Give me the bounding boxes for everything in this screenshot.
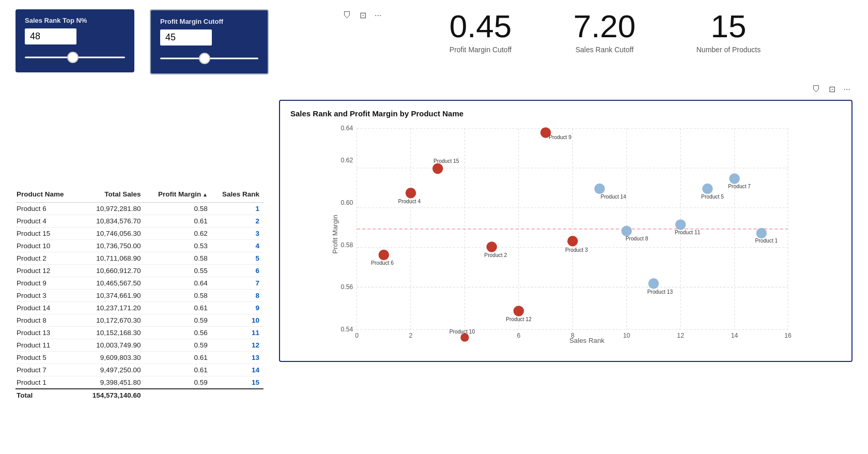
svg-text:Product 5: Product 5: [701, 194, 724, 200]
cell-margin-6: 0.64: [145, 277, 212, 290]
svg-text:Product 1: Product 1: [755, 238, 778, 244]
svg-text:Product 13: Product 13: [647, 289, 673, 295]
point-product4[interactable]: [406, 188, 416, 198]
cell-margin-9: 0.59: [145, 314, 212, 327]
svg-text:0.58: 0.58: [341, 241, 353, 249]
cell-sales-13: 9,497,250.00: [80, 364, 145, 376]
cell-rank-6: 7: [212, 277, 264, 290]
cell-rank-8: 9: [212, 302, 264, 314]
total-rank: [212, 389, 264, 401]
slicer-thumb-1[interactable]: [67, 52, 79, 63]
svg-text:Product 6: Product 6: [371, 260, 394, 266]
col-header-sales[interactable]: Total Sales: [80, 188, 145, 203]
table-row: Product 5 9,609,803.30 0.61 13: [16, 352, 264, 364]
cell-rank-11: 12: [212, 339, 264, 352]
slicer-input-2[interactable]: [160, 29, 212, 46]
cell-name-6: Product 9: [16, 277, 80, 290]
svg-text:0.64: 0.64: [341, 125, 353, 132]
cell-rank-5: 6: [212, 265, 264, 277]
kpi-profit-margin-value: 0.45: [434, 10, 527, 42]
svg-text:Product 14: Product 14: [601, 194, 627, 200]
svg-text:Product 8: Product 8: [626, 236, 648, 241]
col-header-name[interactable]: Product Name: [16, 188, 80, 203]
point-product8[interactable]: [622, 226, 632, 236]
kpi-num-products: 15 Number of Products: [682, 10, 775, 54]
point-product13[interactable]: [648, 278, 659, 289]
slicer-slider-2[interactable]: [160, 53, 258, 64]
svg-text:2: 2: [409, 332, 413, 339]
kpi-num-products-label: Number of Products: [682, 46, 775, 54]
svg-text:10: 10: [623, 332, 630, 339]
svg-text:Product 4: Product 4: [398, 199, 421, 204]
total-value: 154,573,140.60: [80, 389, 145, 401]
cell-sales-4: 10,711,068.90: [80, 252, 145, 265]
svg-text:0.54: 0.54: [341, 326, 353, 333]
svg-text:Product 3: Product 3: [565, 247, 588, 253]
svg-text:0.60: 0.60: [341, 199, 353, 206]
table-row: Product 10 10,736,750.00 0.53 4: [16, 240, 264, 252]
cell-rank-3: 4: [212, 240, 264, 252]
point-product12[interactable]: [514, 306, 524, 316]
cell-name-14: Product 1: [16, 376, 80, 389]
svg-text:12: 12: [677, 332, 684, 339]
cell-margin-10: 0.56: [145, 327, 212, 339]
slicer-title-2: Profit Margin Cutoff: [160, 18, 258, 25]
cell-sales-7: 10,374,661.90: [80, 290, 145, 302]
cell-rank-14: 15: [212, 376, 264, 389]
point-product2[interactable]: [486, 241, 497, 252]
cell-rank-2: 3: [212, 228, 264, 240]
table-row: Product 2 10,711,068.90 0.58 5: [16, 252, 264, 265]
cell-margin-11: 0.59: [145, 339, 212, 352]
point-product7[interactable]: [729, 173, 739, 184]
chart-filter-icon[interactable]: ⛉: [810, 84, 823, 95]
col-header-rank[interactable]: Sales Rank: [212, 188, 264, 203]
cell-sales-6: 10,465,567.50: [80, 277, 145, 290]
slicer-slider-1[interactable]: [25, 52, 125, 63]
cell-name-1: Product 4: [16, 215, 80, 228]
profit-margin-slicer: Profit Margin Cutoff: [150, 9, 269, 74]
cell-name-11: Product 11: [16, 339, 80, 352]
more-icon[interactable]: ···: [373, 10, 383, 21]
cell-sales-11: 10,003,749.90: [80, 339, 145, 352]
point-product3[interactable]: [567, 236, 578, 246]
svg-text:Product 11: Product 11: [675, 230, 701, 235]
expand-icon[interactable]: ⊡: [358, 9, 368, 21]
main-content: Product Name Total Sales Profit Margin S…: [0, 183, 868, 406]
col-header-margin[interactable]: Profit Margin: [145, 188, 212, 203]
cell-name-8: Product 14: [16, 302, 80, 314]
cell-name-10: Product 13: [16, 327, 80, 339]
cell-sales-9: 10,172,670.30: [80, 314, 145, 327]
cell-margin-7: 0.58: [145, 290, 212, 302]
point-product5[interactable]: [702, 184, 712, 194]
kpi-profit-margin-label: Profit Margin Cutoff: [434, 46, 527, 54]
point-product14[interactable]: [594, 184, 605, 194]
svg-text:Product 9: Product 9: [549, 134, 571, 140]
cell-name-2: Product 15: [16, 228, 80, 240]
slicer-thumb-2[interactable]: [199, 53, 210, 64]
chart-expand-icon[interactable]: ⊡: [827, 83, 838, 95]
total-margin: [145, 389, 212, 401]
table-row: Product 12 10,660,912.70 0.55 6: [16, 265, 264, 277]
svg-text:Product 7: Product 7: [728, 184, 751, 189]
slicer-input-1[interactable]: [25, 28, 76, 44]
cell-margin-0: 0.58: [145, 203, 212, 215]
table-row: Product 15 10,746,056.30 0.62 3: [16, 228, 264, 240]
cell-sales-1: 10,834,576.70: [80, 215, 145, 228]
svg-text:Sales Rank: Sales Rank: [569, 337, 605, 344]
svg-text:6: 6: [517, 332, 520, 339]
point-product6[interactable]: [379, 250, 389, 260]
top-toolbar-icons: ⛉ ⊡ ···: [341, 9, 383, 21]
table-row: Product 14 10,237,171.20 0.61 9: [16, 302, 264, 314]
cell-margin-12: 0.61: [145, 352, 212, 364]
cell-sales-10: 10,152,168.30: [80, 327, 145, 339]
point-product1[interactable]: [756, 228, 767, 238]
kpi-sales-rank-value: 7.20: [558, 10, 651, 42]
scatter-chart-container: Sales Rank and Profit Margin by Product …: [279, 100, 853, 362]
chart-more-icon[interactable]: ···: [842, 84, 853, 95]
cell-sales-2: 10,746,056.30: [80, 228, 145, 240]
point-product11[interactable]: [675, 219, 686, 230]
filter-icon[interactable]: ⛉: [341, 10, 353, 21]
kpi-sales-rank: 7.20 Sales Rank Cutoff: [558, 10, 651, 54]
cell-sales-12: 9,609,803.30: [80, 352, 145, 364]
point-product15[interactable]: [432, 163, 443, 174]
